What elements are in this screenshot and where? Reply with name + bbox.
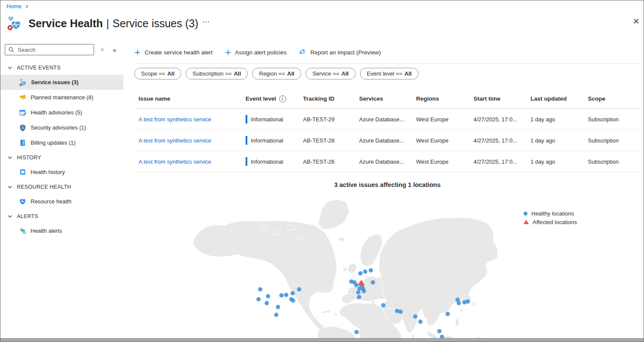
sidebar-item-resource-health[interactable]: Resource health [0,194,123,209]
section-active-events[interactable]: ACTIVE EVENTS [0,60,123,75]
plus-icon [225,49,231,56]
service-health-icon [6,15,23,32]
services-cell: Azure Database... [355,116,412,123]
table-row: A test from synthetics service Informati… [134,151,641,172]
issues-table: Issue name Event leveli Tracking ID Serv… [134,89,641,172]
sidebar-item-health-history[interactable]: Health history [0,165,123,180]
filter-bar: Scope ==All Subscription ==All Region ==… [134,68,419,79]
section-label: RESOURCE HEALTH [17,184,71,190]
search-dismiss-icon[interactable]: ✕ [100,47,104,53]
tracking-id-cell: AB-TEST-26 [299,158,355,165]
plus-icon [134,49,141,56]
services-cell: Azure Database... [355,158,412,165]
sidebar-item-health-alerts[interactable]: Health alerts [0,223,123,238]
sidebar-item-label: Planned maintenance (8) [31,94,93,101]
sidebar-item-label: Health advisories (5) [31,109,82,116]
start-time-cell: 4/27/2025, 17:0... [469,116,526,123]
filter-region[interactable]: Region ==All [252,68,301,79]
healthy-location-marker [381,303,385,307]
healthy-location-marker [274,313,278,317]
toolbar-button-label: Assign alert policies [235,49,287,56]
sidebar-item-label: Security advisories (1) [31,124,86,131]
section-label: HISTORY [17,155,41,161]
section-history[interactable]: HISTORY [0,150,123,165]
toolbar-button-label: Report an impact (Preview) [310,49,381,56]
column-scope[interactable]: Scope [584,95,641,102]
start-time-cell: 4/27/2025, 17:0... [469,137,526,144]
sidebar-item-service-issues[interactable]: Service issues (3) [0,75,123,90]
legend-affected: Affected locations [524,218,577,226]
issue-link[interactable]: A test from synthetics service [139,137,211,144]
filter-event-level[interactable]: Event level ==All [360,68,419,79]
column-tracking-id[interactable]: Tracking ID [299,95,355,102]
search-input[interactable] [17,46,91,54]
healthy-location-marker [363,269,367,274]
breadcrumb-home-link[interactable]: Home [6,3,22,10]
event-level-cell: Informational [241,157,299,166]
health-history-icon [19,168,27,176]
command-bar: Create service health alert Assign alert… [134,48,381,56]
service-issues-icon [19,78,27,87]
filter-scope[interactable]: Scope ==All [134,68,181,79]
toolbar-divider [134,63,641,64]
column-regions[interactable]: Regions [412,95,469,102]
close-icon[interactable]: ✕ [633,16,640,26]
info-icon[interactable]: i [279,95,286,102]
assign-alert-policies-button[interactable]: Assign alert policies [225,49,287,56]
sidebar-item-health-advisories[interactable]: Health advisories (5) [0,105,123,120]
healthy-location-marker [356,290,360,294]
healthy-location-marker [358,271,363,276]
event-level-cell: Informational [241,115,299,124]
tracking-id-cell: AB-TEST-28 [299,137,355,144]
healthy-location-marker [457,301,461,305]
issue-link[interactable]: A test from synthetics service [139,116,211,123]
start-time-cell: 4/27/2025, 17:0... [469,158,526,165]
filter-subscription[interactable]: Subscription ==All [186,68,248,79]
regions-cell: West Europe [412,116,469,123]
collapse-sidebar-icon[interactable]: « [113,46,116,54]
section-label: ALERTS [17,213,38,219]
sidebar-item-label: Resource health [31,198,72,205]
map-title: 3 active issues affecting 1 locations [134,181,641,188]
sidebar-item-label: Health alerts [31,228,62,234]
healthy-location-marker [284,293,288,297]
regions-cell: West Europe [412,158,469,165]
scope-cell: Subscription [584,158,641,165]
sidebar-item-planned-maintenance[interactable]: Planned maintenance (8) [0,90,123,105]
legend-healthy: Healthy locations [524,209,577,218]
table-row: A test from synthetics service Informati… [134,130,641,151]
section-resource-health[interactable]: RESOURCE HEALTH [0,180,123,194]
more-options-button[interactable]: ··· [202,18,210,25]
legend-label: Healthy locations [531,210,574,217]
healthy-location-marker [357,295,361,299]
column-start-time[interactable]: Start time [469,95,526,102]
create-service-health-alert-button[interactable]: Create service health alert [134,49,213,56]
billing-document-icon [19,139,27,147]
column-last-updated[interactable]: Last updated [526,95,584,102]
healthy-location-marker [466,299,470,304]
filter-service[interactable]: Service ==All [306,68,356,79]
report-impact-megaphone-icon [299,48,306,56]
sidebar-item-security-advisories[interactable]: Security advisories (1) [0,120,123,135]
regions-cell: West Europe [412,137,469,144]
resource-health-icon [19,197,27,206]
healthy-location-marker [413,314,417,319]
healthy-location-marker [418,320,423,324]
toolbar-button-label: Create service health alert [145,49,213,56]
column-issue-name[interactable]: Issue name [134,95,241,102]
column-event-level[interactable]: Event leveli [241,95,299,102]
sidebar-item-billing-updates[interactable]: Billing updates (1) [0,135,123,150]
column-services[interactable]: Services [355,95,412,102]
chevron-down-icon [7,155,13,160]
report-an-impact-button[interactable]: Report an impact (Preview) [299,48,381,56]
informational-bar [246,115,247,124]
healthy-location-marker [291,298,295,303]
section-label: ACTIVE EVENTS [17,65,60,71]
issue-link[interactable]: A test from synthetics service [139,158,211,165]
last-updated-cell: 1 day ago [526,137,584,144]
sidebar-nav: ACTIVE EVENTS Service issues (3) [0,60,123,238]
sidebar-item-label: Health history [31,169,65,175]
horizontal-scrollbar[interactable] [0,338,644,342]
section-alerts[interactable]: ALERTS [0,209,123,223]
megaphone-icon [19,93,27,101]
